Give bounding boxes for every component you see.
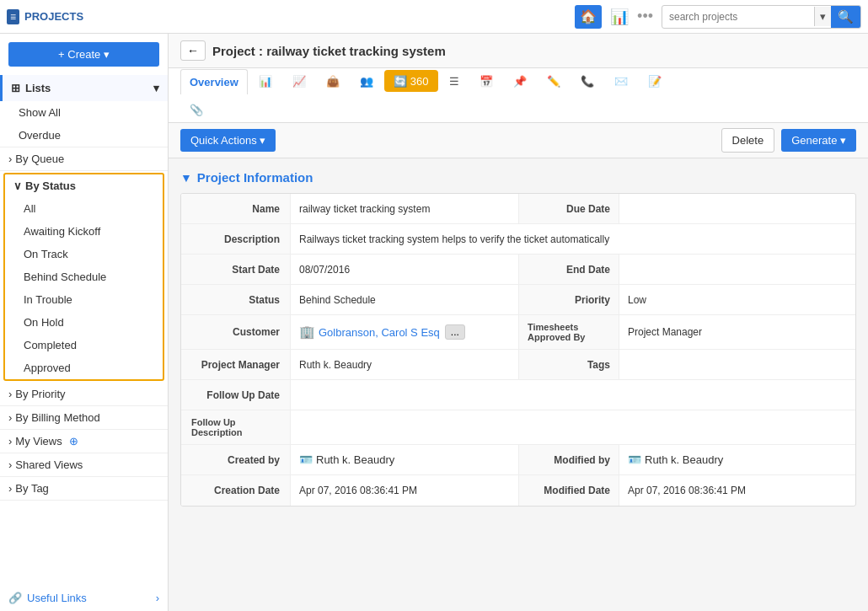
by-status-label: By Status bbox=[25, 180, 76, 192]
chart-button[interactable]: 📊 bbox=[610, 8, 629, 26]
shared-views-label: Shared Views bbox=[15, 458, 83, 471]
quick-actions-button[interactable]: Quick Actions ▾ bbox=[180, 129, 276, 152]
tab-bar: Overview 📊 📈 👜 👥 🔄 360 ☰ 📅 📌 ✏️ 📞 ✉️ 📝 📎 bbox=[169, 68, 868, 123]
tab-note[interactable]: 📝 bbox=[639, 68, 671, 94]
tab-gantt[interactable]: 📊 bbox=[249, 68, 281, 94]
tab-people[interactable]: 👥 bbox=[351, 68, 383, 94]
tab-overview[interactable]: Overview bbox=[180, 69, 248, 94]
action-bar: Quick Actions ▾ Delete Generate ▾ bbox=[169, 123, 868, 158]
tab-calendar[interactable]: 📅 bbox=[470, 68, 502, 94]
customer-label: Customer bbox=[181, 315, 291, 349]
status-label: Status bbox=[181, 285, 291, 314]
generate-button[interactable]: Generate ▾ bbox=[781, 129, 856, 152]
sidebar-my-views-section: › My Views ⊕ bbox=[0, 430, 168, 453]
info-half-priority: Priority Low bbox=[518, 285, 855, 314]
search-dropdown-button[interactable]: ▾ bbox=[814, 7, 831, 26]
info-row-status: Status Behind Schedule Priority Low bbox=[181, 285, 855, 315]
search-input[interactable] bbox=[662, 8, 814, 26]
info-row-name: Name railway ticket tracking system Due … bbox=[181, 194, 855, 224]
tab-360[interactable]: 🔄 360 bbox=[384, 70, 438, 92]
tab-bag[interactable]: 👜 bbox=[317, 68, 349, 94]
sidebar-by-queue-section: › By Queue bbox=[0, 147, 168, 171]
sidebar-item-show-all[interactable]: Show All bbox=[0, 101, 168, 124]
top-bar-center: 🏠 📊 ••• ▾ 🔍 bbox=[575, 5, 861, 29]
section-collapse-icon[interactable]: ▼ bbox=[180, 171, 192, 185]
modified-by-label: Modified by bbox=[518, 445, 619, 474]
tab-pin[interactable]: 📌 bbox=[504, 68, 536, 94]
customer-name: Golbranson, Carol S Esq bbox=[319, 326, 440, 339]
breadcrumb-bar: ← Project : railway ticket tracking syst… bbox=[169, 34, 868, 68]
tab-edit[interactable]: ✏️ bbox=[538, 68, 570, 94]
created-by-label: Created by bbox=[181, 445, 291, 474]
modified-by-name: Ruth k. Beaudry bbox=[645, 453, 723, 466]
modified-by-value: 🪪 Ruth k. Beaudry bbox=[619, 445, 855, 474]
name-value: railway ticket tracking system bbox=[291, 194, 518, 223]
search-submit-button[interactable]: 🔍 bbox=[831, 6, 860, 28]
my-views-label: My Views bbox=[15, 435, 62, 448]
sidebar-status-awaiting-kickoff[interactable]: Awaiting Kickoff bbox=[5, 220, 163, 243]
lists-chevron-icon: ▾ bbox=[153, 82, 159, 94]
sidebar-status-all[interactable]: All bbox=[5, 197, 163, 220]
project-manager-label: Project Manager bbox=[181, 350, 291, 379]
by-status-chevron-icon: ∨ bbox=[13, 180, 22, 192]
end-date-label: End Date bbox=[518, 255, 619, 284]
tab-chart[interactable]: 📈 bbox=[283, 68, 315, 94]
created-by-value: 🪪 Ruth k. Beaudry bbox=[291, 445, 518, 474]
by-tag-label: By Tag bbox=[15, 482, 49, 495]
due-date-label: Due Date bbox=[518, 194, 619, 223]
sidebar-by-status-header[interactable]: ∨ By Status bbox=[5, 174, 163, 197]
info-half-modified-date: Modified Date Apr 07, 2016 08:36:41 PM bbox=[518, 475, 855, 506]
more-options[interactable]: ••• bbox=[637, 8, 653, 25]
project-info-card: Name railway ticket tracking system Due … bbox=[180, 193, 856, 506]
tab-email[interactable]: ✉️ bbox=[605, 68, 637, 94]
sidebar-by-priority-section: › By Priority bbox=[0, 383, 168, 406]
sidebar-status-in-trouble[interactable]: In Trouble bbox=[5, 288, 163, 311]
sidebar-status-approved[interactable]: Approved bbox=[5, 356, 163, 379]
useful-links-arrow-icon: › bbox=[156, 592, 159, 604]
sidebar-shared-views[interactable]: › Shared Views bbox=[0, 453, 168, 476]
by-billing-chevron-icon: › bbox=[8, 411, 12, 424]
tab-phone[interactable]: 📞 bbox=[571, 68, 603, 94]
sidebar-by-queue[interactable]: › By Queue bbox=[0, 147, 168, 170]
sidebar-by-billing[interactable]: › By Billing Method bbox=[0, 406, 168, 429]
lists-label: Lists bbox=[25, 82, 51, 94]
my-views-add-icon[interactable]: ⊕ bbox=[69, 435, 78, 448]
logo-icon: ≡ bbox=[7, 9, 19, 24]
follow-up-desc-label: Follow Up Description bbox=[181, 410, 291, 444]
by-priority-chevron-icon: › bbox=[8, 388, 12, 400]
sidebar-item-overdue[interactable]: Overdue bbox=[0, 124, 168, 147]
create-button[interactable]: + Create ▾ bbox=[8, 42, 159, 67]
follow-up-date-label: Follow Up Date bbox=[181, 380, 291, 410]
status-value: Behind Schedule bbox=[291, 285, 518, 314]
sidebar-status-on-track[interactable]: On Track bbox=[5, 243, 163, 265]
sidebar-useful-links[interactable]: 🔗 Useful Links › bbox=[0, 585, 168, 611]
app-title: PROJECTS bbox=[24, 10, 83, 23]
sidebar-status-completed[interactable]: Completed bbox=[5, 334, 163, 356]
sidebar-my-views[interactable]: › My Views ⊕ bbox=[0, 430, 168, 453]
lists-grid-icon: ⊞ bbox=[11, 82, 20, 94]
due-date-value bbox=[619, 194, 855, 223]
tab-attachment[interactable]: 📎 bbox=[180, 97, 212, 122]
priority-value: Low bbox=[619, 285, 855, 314]
sidebar-lists-header[interactable]: ⊞ Lists ▾ bbox=[0, 75, 168, 101]
info-row-start-date: Start Date 08/07/2016 End Date bbox=[181, 255, 855, 285]
customer-dots-button[interactable]: ... bbox=[445, 324, 465, 340]
back-button[interactable]: ← bbox=[180, 40, 206, 61]
creation-date-value: Apr 07, 2016 08:36:41 PM bbox=[291, 475, 518, 506]
tab-list[interactable]: ☰ bbox=[440, 68, 469, 94]
name-label: Name bbox=[181, 194, 291, 223]
timesheets-label: Timesheets Approved By bbox=[518, 315, 619, 349]
customer-value[interactable]: 🏢 Golbranson, Carol S Esq ... bbox=[291, 315, 518, 349]
info-row-created-by: Created by 🪪 Ruth k. Beaudry Modified by… bbox=[181, 445, 855, 475]
sidebar-by-priority[interactable]: › By Priority bbox=[0, 383, 168, 405]
created-by-icon: 🪪 bbox=[299, 453, 313, 466]
delete-button[interactable]: Delete bbox=[721, 128, 775, 153]
info-half-created-by: Created by 🪪 Ruth k. Beaudry bbox=[181, 445, 518, 474]
modified-by-icon: 🪪 bbox=[628, 453, 641, 466]
sidebar-by-billing-section: › By Billing Method bbox=[0, 406, 168, 430]
sidebar-status-behind-schedule[interactable]: Behind Schedule bbox=[5, 265, 163, 288]
sidebar-by-tag[interactable]: › By Tag bbox=[0, 477, 168, 500]
description-label: Description bbox=[181, 224, 291, 254]
home-button[interactable]: 🏠 bbox=[575, 5, 602, 29]
sidebar-status-on-hold[interactable]: On Hold bbox=[5, 311, 163, 334]
